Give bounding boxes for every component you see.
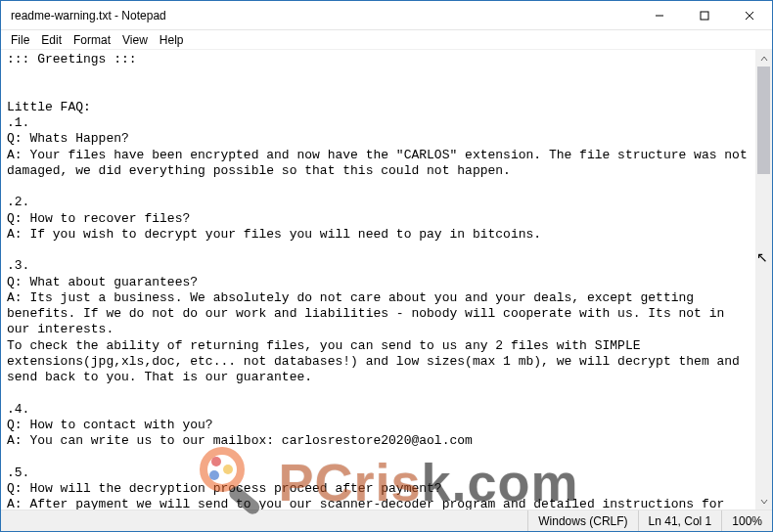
maximize-button[interactable] <box>682 1 727 29</box>
menu-format[interactable]: Format <box>68 32 116 48</box>
status-encoding: Windows (CRLF) <box>527 510 637 531</box>
notepad-window: readme-warning.txt - Notepad File Edit F… <box>0 0 773 532</box>
status-position: Ln 41, Col 1 <box>638 510 722 531</box>
minimize-icon <box>655 11 664 21</box>
menu-help[interactable]: Help <box>154 32 190 48</box>
scroll-down-button[interactable] <box>755 493 772 510</box>
scroll-up-button[interactable] <box>755 50 772 66</box>
menu-view[interactable]: View <box>116 32 154 48</box>
close-icon <box>745 11 754 21</box>
menu-edit[interactable]: Edit <box>35 32 68 48</box>
chevron-up-icon <box>760 55 768 63</box>
svg-rect-1 <box>701 12 708 20</box>
statusbar: Windows (CRLF) Ln 41, Col 1 100% <box>1 510 772 531</box>
scroll-track[interactable] <box>755 66 772 493</box>
menu-file[interactable]: File <box>5 32 35 48</box>
status-zoom: 100% <box>721 510 772 531</box>
maximize-icon <box>700 11 709 21</box>
window-title: readme-warning.txt - Notepad <box>1 9 637 22</box>
scroll-thumb[interactable] <box>757 66 770 174</box>
window-controls <box>637 1 772 29</box>
titlebar: readme-warning.txt - Notepad <box>1 1 772 30</box>
vertical-scrollbar[interactable] <box>755 50 772 510</box>
chevron-down-icon <box>760 498 768 506</box>
menubar: File Edit Format View Help <box>1 30 772 50</box>
text-content[interactable]: ::: Greetings ::: Little FAQ: .1. Q: Wha… <box>1 50 755 510</box>
editor-area: ::: Greetings ::: Little FAQ: .1. Q: Wha… <box>1 50 772 510</box>
close-button[interactable] <box>727 1 772 29</box>
minimize-button[interactable] <box>637 1 682 29</box>
